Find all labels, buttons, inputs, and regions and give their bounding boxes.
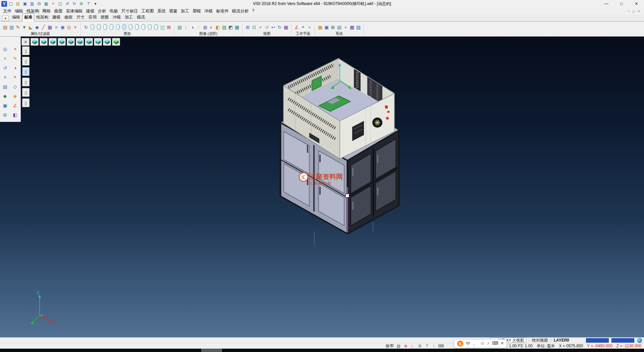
- sogou-logo-icon[interactable]: S: [457, 341, 463, 347]
- blank-geometry-icon[interactable]: ◇: [11, 82, 20, 91]
- menu-item[interactable]: 系统: [156, 8, 167, 14]
- graphics-option-1-icon[interactable]: [91, 24, 94, 30]
- workplane-angle-icon[interactable]: ∠: [294, 23, 300, 31]
- offset-icon[interactable]: ≡: [1, 73, 10, 81]
- layers-icon[interactable]: ▤: [1, 82, 10, 91]
- new-file-icon[interactable]: ▢: [8, 1, 14, 7]
- isolate-icon[interactable]: ◎: [66, 23, 72, 31]
- filter-faces-icon[interactable]: ▼: [21, 23, 27, 31]
- notebook-icon[interactable]: ▤: [396, 344, 401, 349]
- help-status-icon[interactable]: ?: [424, 344, 430, 349]
- background-icon[interactable]: ▩: [234, 23, 240, 31]
- open-file-icon[interactable]: ▤: [15, 1, 21, 7]
- viewport-3d[interactable]: ≡: [0, 37, 644, 337]
- selection-mask-icon[interactable]: ▦: [47, 23, 53, 31]
- view-iso-icon[interactable]: [31, 38, 39, 46]
- database-icon[interactable]: ▤: [336, 23, 342, 31]
- tab-dimension[interactable]: 尺寸: [74, 13, 87, 21]
- workplane-align-icon[interactable]: ⌖: [300, 23, 306, 31]
- graphics-option-3-icon[interactable]: [103, 24, 107, 30]
- zoom-window-icon[interactable]: ⊞: [245, 23, 251, 31]
- mirror-icon[interactable]: ◑: [11, 63, 20, 72]
- selection-handle[interactable]: [345, 194, 349, 197]
- ruler-icon[interactable]: ▨: [356, 23, 361, 31]
- texture-icon[interactable]: ▨: [221, 23, 227, 31]
- taskbar-button[interactable]: [201, 349, 222, 352]
- settings-icon[interactable]: +: [343, 23, 348, 31]
- menu-item[interactable]: 塑模: [191, 8, 203, 14]
- cad-model[interactable]: 汇 汇聚资料网 汇聚资料网: [235, 44, 443, 259]
- ime-punct-icon[interactable]: 。: [473, 341, 477, 347]
- view-top-icon[interactable]: [40, 38, 48, 46]
- clipboard-slot-5-icon[interactable]: ▯: [22, 88, 30, 97]
- redo-icon[interactable]: ↻: [71, 1, 77, 7]
- copy-icon[interactable]: ◫: [57, 1, 63, 7]
- child-close-button[interactable]: ×: [638, 9, 640, 13]
- tab-flow[interactable]: 模流: [135, 13, 147, 21]
- view-front-icon[interactable]: [49, 38, 57, 46]
- transparency-icon[interactable]: ◐: [209, 23, 214, 31]
- hidden-line-icon[interactable]: ◍: [202, 23, 208, 31]
- zoom-all-icon[interactable]: ⊡: [251, 23, 257, 31]
- attribute-copy-icon[interactable]: ▥: [9, 23, 14, 31]
- trim-icon[interactable]: ×: [11, 45, 20, 53]
- ime-mode-icon[interactable]: 中: [466, 341, 470, 347]
- filter-wires-icon[interactable]: ╱: [41, 23, 46, 31]
- graphics-option-6-icon[interactable]: [122, 24, 126, 30]
- clipboard-slot-3-icon[interactable]: ▯: [22, 67, 30, 76]
- view-right-icon[interactable]: [76, 38, 84, 46]
- graphics-option-4-icon[interactable]: [110, 24, 113, 30]
- tab-wireframe[interactable]: 线架构: [34, 13, 50, 21]
- child-restore-button[interactable]: □: [633, 9, 635, 13]
- grid-icon[interactable]: ⊞: [1, 111, 10, 119]
- clipboard-slot-2-icon[interactable]: ▯: [22, 57, 30, 65]
- shadow-icon[interactable]: ◩: [228, 23, 233, 31]
- erase-graphics-icon[interactable]: ⊠: [166, 23, 172, 31]
- tab-modeling[interactable]: 建模: [50, 13, 62, 21]
- menu-item[interactable]: 视窗: [167, 8, 179, 14]
- view-dimetric-icon[interactable]: [103, 38, 111, 46]
- calculator-icon[interactable]: ⊞: [78, 1, 85, 7]
- info-status-icon[interactable]: i: [431, 344, 437, 349]
- freeze-graphics-icon[interactable]: ◫: [160, 23, 165, 31]
- save-file-icon[interactable]: ▣: [22, 1, 28, 7]
- redraw-icon[interactable]: ↻: [83, 23, 89, 31]
- zoom-select-icon[interactable]: ◎: [1, 45, 10, 53]
- taskbar-edge[interactable]: [0, 349, 644, 352]
- ime-emoji-icon[interactable]: ☺: [480, 341, 484, 347]
- menu-item[interactable]: 模流分析: [230, 8, 251, 14]
- ime-toolbox-icon[interactable]: ≡: [501, 341, 504, 347]
- help-icon[interactable]: ?: [85, 1, 92, 7]
- layer-filter-icon[interactable]: ≡: [53, 23, 59, 31]
- clipboard-slot-1-icon[interactable]: ▯: [22, 46, 30, 55]
- workplane-reset-icon[interactable]: +: [307, 23, 312, 31]
- undo-icon[interactable]: ↺: [64, 1, 70, 7]
- ime-voice-icon[interactable]: ♪: [487, 341, 489, 347]
- section-icon[interactable]: ◧: [11, 111, 20, 119]
- clipboard-slot-4-icon[interactable]: ▯: [22, 78, 30, 86]
- color-palette-icon[interactable]: ▦: [317, 23, 323, 31]
- child-minimize-button[interactable]: −: [627, 9, 629, 13]
- clipboard-slot-6-icon[interactable]: ▯: [22, 98, 30, 107]
- filter-edges-icon[interactable]: ◣: [28, 23, 34, 31]
- tab-standard[interactable]: 标准: [22, 13, 34, 21]
- tab-dropdown-icon[interactable]: ▾: [2, 15, 9, 21]
- clear-filter-icon[interactable]: ×: [72, 23, 78, 31]
- measure-icon[interactable]: ⌖: [11, 73, 20, 81]
- section-view-icon[interactable]: ◧: [215, 23, 221, 31]
- shaded-view-icon[interactable]: ◑: [190, 23, 195, 31]
- plot-icon[interactable]: ▦: [43, 1, 49, 7]
- minimize-button[interactable]: —: [599, 0, 614, 7]
- maximize-button[interactable]: □: [614, 0, 629, 7]
- view-isometric-green-icon[interactable]: [112, 38, 120, 46]
- graphics-option-5-icon[interactable]: [116, 24, 120, 30]
- globe-icon[interactable]: [637, 338, 642, 343]
- view-axonometric-icon[interactable]: [94, 38, 102, 46]
- print-icon[interactable]: ⊟: [36, 1, 42, 7]
- menu-item[interactable]: 标准件: [214, 8, 230, 14]
- snap-lock-label[interactable]: 拴牢: [386, 343, 394, 349]
- graphics-option-8-icon[interactable]: [135, 24, 139, 30]
- save-all-icon[interactable]: ▥: [29, 1, 35, 7]
- graphics-option-9-icon[interactable]: [142, 24, 145, 30]
- tab-mold[interactable]: 塑膜: [99, 13, 111, 21]
